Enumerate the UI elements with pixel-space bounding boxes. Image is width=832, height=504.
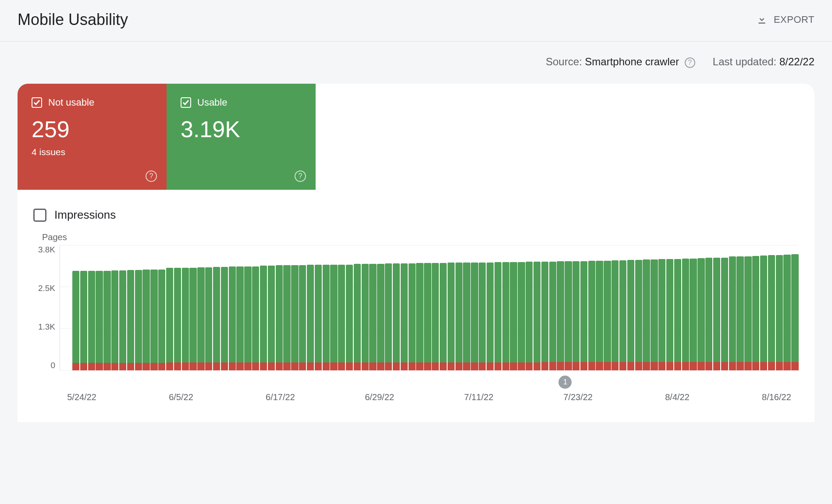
help-icon[interactable]: ? <box>685 57 695 68</box>
bar-day[interactable] <box>494 245 501 370</box>
bar-day[interactable] <box>416 245 423 370</box>
bar-day[interactable] <box>791 245 798 370</box>
bar-day[interactable] <box>283 245 290 370</box>
checkbox-checked-icon[interactable] <box>32 97 42 108</box>
bar-day[interactable] <box>166 245 173 370</box>
bar-day[interactable] <box>307 245 314 370</box>
bar-day[interactable] <box>736 245 743 370</box>
bar-day[interactable] <box>463 245 470 370</box>
bar-day[interactable] <box>549 245 556 370</box>
bar-day[interactable] <box>409 245 416 370</box>
bar-day[interactable] <box>776 245 783 370</box>
bar-day[interactable] <box>362 245 369 370</box>
bar-day[interactable] <box>565 245 572 370</box>
bar-day[interactable] <box>260 245 267 370</box>
bar-day[interactable] <box>604 245 611 370</box>
bar-day[interactable] <box>697 245 704 370</box>
bar-day[interactable] <box>268 245 275 370</box>
bar-day[interactable] <box>572 245 580 370</box>
bar-day[interactable] <box>510 245 517 370</box>
bar-day[interactable] <box>580 245 587 370</box>
bar-day[interactable] <box>229 245 236 370</box>
bar-day[interactable] <box>377 245 384 370</box>
help-icon[interactable]: ? <box>146 170 157 182</box>
bar-day[interactable] <box>557 245 564 370</box>
bar-day[interactable] <box>354 245 361 370</box>
bar-day[interactable] <box>338 245 345 370</box>
bar-day[interactable] <box>533 245 540 370</box>
chart-marker[interactable]: 1 <box>558 376 572 389</box>
bar-day[interactable] <box>96 245 103 370</box>
bar-day[interactable] <box>158 245 165 370</box>
status-card-usable[interactable]: Usable 3.19K ? <box>167 84 316 190</box>
bar-day[interactable] <box>323 245 330 370</box>
bar-day[interactable] <box>205 245 212 370</box>
bar-day[interactable] <box>744 245 751 370</box>
bar-day[interactable] <box>72 245 79 370</box>
checkbox-checked-icon[interactable] <box>181 97 191 108</box>
bar-day[interactable] <box>252 245 259 370</box>
bar-day[interactable] <box>182 245 189 370</box>
bar-day[interactable] <box>299 245 306 370</box>
bar-day[interactable] <box>658 245 665 370</box>
bar-day[interactable] <box>783 245 790 370</box>
bar-day[interactable] <box>221 245 228 370</box>
bar-day[interactable] <box>651 245 658 370</box>
bar-day[interactable] <box>213 245 220 370</box>
bar-day[interactable] <box>768 245 775 370</box>
bar-day[interactable] <box>315 245 322 370</box>
bar-day[interactable] <box>502 245 509 370</box>
bar-day[interactable] <box>455 245 462 370</box>
bar-day[interactable] <box>682 245 689 370</box>
bar-day[interactable] <box>393 245 400 370</box>
bar-day[interactable] <box>471 245 478 370</box>
bar-day[interactable] <box>88 245 95 370</box>
bar-day[interactable] <box>440 245 447 370</box>
bar-day[interactable] <box>197 245 204 370</box>
bar-day[interactable] <box>518 245 525 370</box>
bar-day[interactable] <box>291 245 298 370</box>
bar-day[interactable] <box>612 245 619 370</box>
bar-day[interactable] <box>127 245 134 370</box>
bar-day[interactable] <box>635 245 642 370</box>
bar-day[interactable] <box>713 245 720 370</box>
bar-day[interactable] <box>619 245 626 370</box>
bar-day[interactable] <box>424 245 431 370</box>
status-card-not-usable[interactable]: Not usable 259 4 issues ? <box>18 84 167 190</box>
bar-day[interactable] <box>690 245 697 370</box>
bar-day[interactable] <box>487 245 494 370</box>
bar-day[interactable] <box>142 245 149 370</box>
bar-day[interactable] <box>150 245 157 370</box>
bar-day[interactable] <box>276 245 283 370</box>
bar-day[interactable] <box>80 245 87 370</box>
bar-day[interactable] <box>627 245 634 370</box>
bar-day[interactable] <box>721 245 728 370</box>
help-icon[interactable]: ? <box>295 170 306 182</box>
bar-day[interactable] <box>103 245 110 370</box>
bar-day[interactable] <box>541 245 548 370</box>
bar-day[interactable] <box>174 245 181 370</box>
export-button[interactable]: EXPORT <box>756 14 814 25</box>
bar-day[interactable] <box>596 245 603 370</box>
bar-day[interactable] <box>189 245 196 370</box>
bar-day[interactable] <box>330 245 337 370</box>
bar-day[interactable] <box>674 245 681 370</box>
bar-day[interactable] <box>666 245 673 370</box>
bar-day[interactable] <box>448 245 455 370</box>
bar-day[interactable] <box>385 245 392 370</box>
bar-day[interactable] <box>111 245 118 370</box>
bar-day[interactable] <box>369 245 376 370</box>
bar-day[interactable] <box>705 245 712 370</box>
bar-day[interactable] <box>588 245 595 370</box>
bar-day[interactable] <box>244 245 251 370</box>
bar-day[interactable] <box>236 245 243 370</box>
bar-day[interactable] <box>479 245 486 370</box>
bar-day[interactable] <box>346 245 353 370</box>
bar-day[interactable] <box>135 245 142 370</box>
bar-day[interactable] <box>119 245 126 370</box>
bar-day[interactable] <box>643 245 650 370</box>
bar-day[interactable] <box>752 245 759 370</box>
bar-day[interactable] <box>432 245 439 370</box>
impressions-checkbox[interactable] <box>33 209 46 222</box>
bar-day[interactable] <box>729 245 736 370</box>
